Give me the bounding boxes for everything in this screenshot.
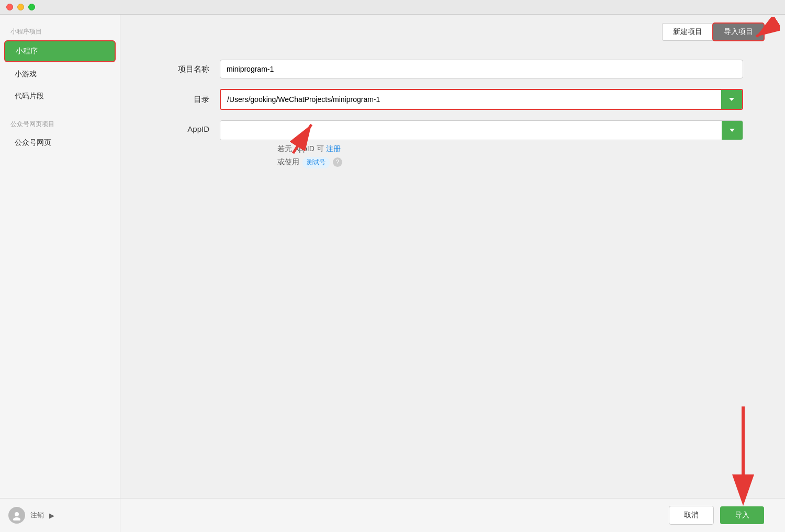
sidebar-item-minigame[interactable]: 小游戏 — [4, 64, 116, 84]
project-name-input[interactable] — [220, 60, 743, 78]
register-link[interactable]: 注册 — [326, 144, 341, 153]
project-name-label: 项目名称 — [162, 64, 209, 74]
appid-hint: 若无 AppID 可 注册 或使用 测试号 ? — [277, 142, 743, 168]
question-badge[interactable]: ? — [333, 157, 342, 167]
sidebar-item-miniprogram[interactable]: 小程序 — [4, 40, 116, 62]
header-bar: 新建项目 导入项目 — [120, 15, 785, 49]
close-button[interactable] — [6, 4, 13, 10]
sidebar-footer: 注销 ▶ — [0, 498, 120, 532]
svg-point-1 — [13, 517, 20, 520]
logout-label[interactable]: 注销 — [30, 511, 44, 520]
directory-label: 目录 — [162, 95, 209, 105]
directory-dropdown-button[interactable] — [721, 90, 742, 109]
appid-input-wrapper — [220, 120, 743, 140]
appid-hint-line2: 或使用 测试号 ? — [277, 155, 743, 168]
directory-input[interactable] — [221, 90, 721, 109]
titlebar — [0, 0, 785, 15]
svg-marker-5 — [730, 129, 735, 132]
maximize-button[interactable] — [28, 4, 35, 10]
directory-input-wrapper — [220, 89, 743, 110]
import-project-button[interactable]: 导入项目 — [713, 23, 764, 41]
svg-point-0 — [15, 512, 19, 516]
main-layout: 小程序项目 小程序 小游戏 代码片段 公众号网页项目 公众号网页 注销 ▶ 新建… — [0, 15, 785, 532]
appid-column: 若无 AppID 可 注册 或使用 测试号 ? — [220, 120, 743, 168]
avatar — [8, 507, 25, 524]
import-button[interactable]: 导入 — [720, 506, 764, 524]
appid-hint-line1: 若无 AppID 可 注册 — [277, 142, 743, 155]
new-project-button[interactable]: 新建项目 — [662, 23, 713, 41]
appid-dropdown-button[interactable] — [722, 121, 743, 140]
directory-row: 目录 — [162, 89, 743, 110]
sidebar: 小程序项目 小程序 小游戏 代码片段 公众号网页项目 公众号网页 注销 ▶ — [0, 15, 120, 532]
appid-input[interactable] — [220, 121, 722, 140]
bottom-bar: 取消 导入 — [120, 498, 785, 532]
minimize-button[interactable] — [17, 4, 24, 10]
webpage-section-label: 公众号网页项目 — [0, 116, 120, 132]
test-badge[interactable]: 测试号 — [302, 157, 330, 168]
content-area: 新建项目 导入项目 项目名称 目录 — [120, 15, 785, 532]
sidebar-item-webpage[interactable]: 公众号网页 — [4, 133, 116, 153]
appid-label: AppID — [162, 120, 209, 133]
sidebar-item-snippet[interactable]: 代码片段 — [4, 86, 116, 106]
project-name-row: 项目名称 — [162, 60, 743, 78]
svg-marker-4 — [729, 98, 734, 101]
cancel-button[interactable]: 取消 — [669, 506, 714, 525]
miniprogram-section-label: 小程序项目 — [0, 23, 120, 39]
logout-arrow: ▶ — [49, 512, 54, 519]
form-area: 项目名称 目录 AppID — [120, 49, 785, 498]
appid-row: AppID 若无 AppID 可 注册 或使用 — [162, 120, 743, 168]
